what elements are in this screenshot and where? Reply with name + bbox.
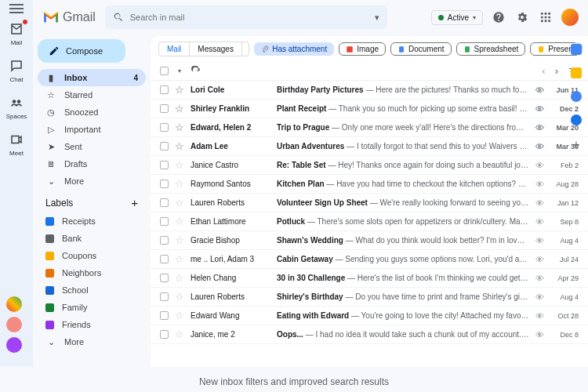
email-row[interactable]: ☆Raymond SantosKitchen Plan — Have you h… xyxy=(151,175,588,194)
label-bank[interactable]: Bank xyxy=(38,230,146,247)
email-row[interactable]: ☆Gracie BishopShawn's Wedding — What do … xyxy=(151,231,588,250)
visibility-icon[interactable]: 👁 xyxy=(535,161,544,170)
visibility-icon[interactable]: 👁 xyxy=(535,142,544,151)
star-icon[interactable]: ☆ xyxy=(175,197,184,209)
nav-more[interactable]: ⌄More xyxy=(38,172,146,190)
label-coupons[interactable]: Coupons xyxy=(38,247,146,264)
email-row[interactable]: ☆Edward, Helen 2Trip to Prague — Only on… xyxy=(151,118,588,137)
email-row[interactable]: ☆Ethan LattimorePotluck — There's some s… xyxy=(151,212,588,231)
rail-mail[interactable]: Mail xyxy=(6,20,27,46)
row-checkbox[interactable] xyxy=(160,142,169,151)
presence-avatar[interactable] xyxy=(6,296,22,312)
star-icon[interactable]: ☆ xyxy=(175,272,184,284)
presence-avatar[interactable] xyxy=(6,337,22,353)
next-page-button[interactable]: › xyxy=(555,65,558,77)
search-bar[interactable]: ▾ xyxy=(105,5,387,29)
apps-button[interactable] xyxy=(538,9,554,25)
visibility-icon[interactable]: 👁 xyxy=(535,255,544,264)
star-icon[interactable]: ☆ xyxy=(175,234,184,246)
contacts-addon[interactable] xyxy=(571,114,582,125)
star-icon[interactable]: ☆ xyxy=(175,159,184,171)
label-family[interactable]: Family xyxy=(38,299,146,316)
tab-spaces[interactable]: Spaces xyxy=(242,42,249,56)
chip-attach[interactable]: Has attachment xyxy=(254,42,334,56)
visibility-icon[interactable]: 👁 xyxy=(535,85,544,95)
star-icon[interactable]: ☆ xyxy=(175,216,184,227)
support-button[interactable] xyxy=(491,9,506,25)
email-row[interactable]: ☆Lauren RobertsVolunteer Sign Up Sheet —… xyxy=(151,194,588,212)
compose-button[interactable]: Compose xyxy=(38,39,125,63)
main-menu-button[interactable] xyxy=(9,8,24,9)
row-checkbox[interactable] xyxy=(160,217,169,226)
star-icon[interactable]: ☆ xyxy=(175,328,184,340)
label-neighbors[interactable]: Neighbors xyxy=(38,264,146,281)
add-label-button[interactable]: + xyxy=(131,196,138,209)
email-row[interactable]: ☆Edward WangEating with Edward — You're … xyxy=(151,307,588,325)
email-row[interactable]: ☆me .. Lori, Adam 3Cabin Getaway — Sendi… xyxy=(151,250,588,269)
search-options-icon[interactable]: ▾ xyxy=(375,13,379,23)
chip-doc[interactable]: Document xyxy=(390,42,452,56)
row-checkbox[interactable] xyxy=(160,123,169,132)
tasks-addon[interactable] xyxy=(571,91,582,102)
select-menu-icon[interactable]: ▾ xyxy=(178,67,181,74)
email-row[interactable]: ☆Adam LeeUrban Adventures — I totally fo… xyxy=(151,137,588,156)
chip-image[interactable]: Image xyxy=(339,42,386,56)
star-icon[interactable]: ☆ xyxy=(175,84,184,96)
email-row[interactable]: ☆Helen Chang30 in 30 Challenge — Here's … xyxy=(151,269,588,288)
presence-avatar[interactable] xyxy=(6,317,22,332)
star-icon[interactable]: ☆ xyxy=(175,253,184,265)
star-icon[interactable]: ☆ xyxy=(175,310,184,321)
row-checkbox[interactable] xyxy=(160,330,169,339)
refresh-button[interactable] xyxy=(191,66,201,77)
row-checkbox[interactable] xyxy=(160,236,169,245)
row-checkbox[interactable] xyxy=(160,161,169,169)
visibility-icon[interactable]: 👁 xyxy=(535,311,544,321)
email-row[interactable]: ☆Lauren RobertsShirley's Birthday — Do y… xyxy=(151,288,588,307)
visibility-icon[interactable]: 👁 xyxy=(535,198,544,208)
rail-chat[interactable]: Chat xyxy=(6,57,27,83)
row-checkbox[interactable] xyxy=(160,198,169,207)
label-receipts[interactable]: Receipts xyxy=(38,212,146,230)
star-icon[interactable]: ☆ xyxy=(175,140,184,152)
keep-addon[interactable] xyxy=(571,67,582,78)
visibility-icon[interactable]: 👁 xyxy=(535,180,544,189)
row-checkbox[interactable] xyxy=(160,255,169,263)
prev-page-button[interactable]: ‹ xyxy=(542,65,545,77)
email-row[interactable]: ☆Janice, me 2Oops... — I had no idea it … xyxy=(151,325,588,344)
email-row[interactable]: ☆Lori ColeBirthday Party Pictures — Here… xyxy=(151,81,588,100)
email-row[interactable]: ☆Janice CastroRe: Table Set — Hey! Thank… xyxy=(151,156,588,175)
visibility-icon[interactable]: 👁 xyxy=(535,274,544,283)
nav-sent[interactable]: ➤Sent xyxy=(38,138,146,155)
label-friends[interactable]: Friends xyxy=(38,316,146,333)
star-icon[interactable]: ☆ xyxy=(175,122,184,133)
status-chip[interactable]: Active ▾ xyxy=(431,10,483,25)
star-icon[interactable]: ☆ xyxy=(175,291,184,303)
label-school[interactable]: School xyxy=(38,281,146,299)
account-avatar[interactable] xyxy=(561,9,579,26)
star-icon[interactable]: ☆ xyxy=(175,103,184,114)
visibility-icon[interactable]: 👁 xyxy=(535,123,544,132)
nav-important[interactable]: ▷Important xyxy=(38,121,146,138)
row-checkbox[interactable] xyxy=(160,274,169,282)
label-more[interactable]: ⌄More xyxy=(38,333,146,350)
settings-button[interactable] xyxy=(514,9,530,25)
row-checkbox[interactable] xyxy=(160,292,169,301)
nav-snoozed[interactable]: ◷Snoozed xyxy=(38,103,146,121)
visibility-icon[interactable]: 👁 xyxy=(535,236,544,245)
get-addons-button[interactable]: + xyxy=(571,138,582,149)
tab-mail[interactable]: Mail xyxy=(159,42,190,56)
nav-inbox[interactable]: ▮Inbox4 xyxy=(38,69,146,86)
rail-spaces[interactable]: Spaces xyxy=(6,94,27,120)
visibility-icon[interactable]: 👁 xyxy=(535,104,544,114)
row-checkbox[interactable] xyxy=(160,85,169,94)
row-checkbox[interactable] xyxy=(160,104,169,113)
email-row[interactable]: ☆Shirley FranklinPlant Receipt — Thank y… xyxy=(151,100,588,118)
star-icon[interactable]: ☆ xyxy=(175,178,184,190)
visibility-icon[interactable]: 👁 xyxy=(535,330,544,339)
visibility-icon[interactable]: 👁 xyxy=(535,292,544,302)
tab-messages[interactable]: Messages xyxy=(190,42,242,56)
visibility-icon[interactable]: 👁 xyxy=(535,217,544,227)
gmail-logo[interactable]: Gmail xyxy=(42,10,96,24)
nav-drafts[interactable]: 🗎Drafts xyxy=(38,155,146,172)
search-input[interactable] xyxy=(130,13,368,22)
